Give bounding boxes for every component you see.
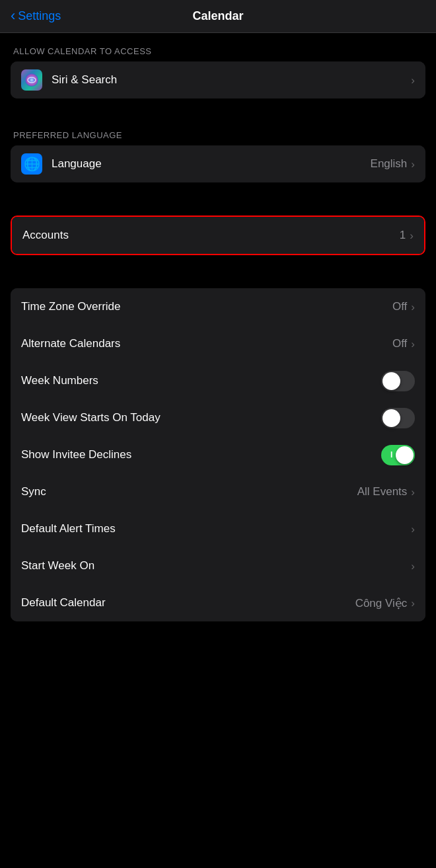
alternate-calendars-label: Alternate Calendars <box>21 337 392 350</box>
settings-group-language: 🌐 Language English › <box>11 145 425 182</box>
row-default-alert-times[interactable]: Default Alert Times › <box>11 510 425 547</box>
sync-label: Sync <box>21 485 357 498</box>
siri-icon <box>21 69 42 91</box>
nav-bar: ‹ Settings Calendar <box>0 0 436 33</box>
time-zone-value: Off <box>392 300 407 313</box>
spacer-1 <box>0 112 436 117</box>
row-sync[interactable]: Sync All Events › <box>11 473 425 510</box>
settings-group-calendar-settings: Time Zone Override Off › Alternate Calen… <box>11 288 425 621</box>
alternate-calendars-value: Off <box>392 337 407 350</box>
spacer-3 <box>0 268 436 288</box>
accounts-label: Accounts <box>22 229 400 242</box>
default-calendar-value: Công Việc <box>355 596 408 610</box>
page-title: Calendar <box>192 9 243 23</box>
back-button[interactable]: ‹ Settings <box>11 9 61 23</box>
language-icon: 🌐 <box>21 153 42 175</box>
toggle-knob-invitee <box>396 446 414 464</box>
section-header-allow-calendar: ALLOW CALENDAR TO ACCESS <box>0 33 436 61</box>
section-header-language: PREFERRED LANGUAGE <box>0 117 436 145</box>
toggle-knob-week-numbers <box>382 372 400 390</box>
row-week-view-starts: Week View Starts On Today <box>11 399 425 436</box>
week-numbers-label: Week Numbers <box>21 374 381 387</box>
accounts-value: 1 <box>400 229 406 242</box>
alternate-calendars-chevron: › <box>411 338 415 350</box>
start-week-on-label: Start Week On <box>21 559 411 572</box>
siri-search-chevron: › <box>411 75 415 86</box>
week-numbers-toggle[interactable] <box>381 371 415 391</box>
time-zone-label: Time Zone Override <box>21 300 392 313</box>
default-calendar-chevron: › <box>411 598 415 609</box>
toggle-on-label: I <box>390 450 392 459</box>
row-language[interactable]: 🌐 Language English › <box>11 145 425 182</box>
sync-value: All Events <box>357 485 408 498</box>
start-week-chevron: › <box>411 561 415 572</box>
row-time-zone-override[interactable]: Time Zone Override Off › <box>11 288 425 325</box>
week-view-starts-toggle[interactable] <box>381 408 415 428</box>
row-week-numbers: Week Numbers <box>11 362 425 399</box>
row-siri-search[interactable]: Siri & Search › <box>11 61 425 99</box>
sync-chevron: › <box>411 487 415 498</box>
settings-group-accounts: Accounts 1 › <box>11 216 425 255</box>
show-invitee-declines-toggle[interactable]: I <box>381 445 415 465</box>
settings-group-allow-calendar: Siri & Search › <box>11 61 425 99</box>
spacer-2 <box>0 196 436 216</box>
language-value: English <box>371 157 408 171</box>
back-label: Settings <box>18 9 61 23</box>
toggle-knob-week-view <box>382 409 400 427</box>
default-alert-times-label: Default Alert Times <box>21 522 411 535</box>
week-view-starts-label: Week View Starts On Today <box>21 411 381 424</box>
globe-symbol: 🌐 <box>24 156 40 172</box>
row-show-invitee-declines: Show Invitee Declines I <box>11 436 425 473</box>
row-default-calendar[interactable]: Default Calendar Công Việc › <box>11 584 425 621</box>
row-alternate-calendars[interactable]: Alternate Calendars Off › <box>11 325 425 362</box>
time-zone-chevron: › <box>411 301 415 313</box>
row-accounts[interactable]: Accounts 1 › <box>12 217 424 254</box>
siri-search-label: Siri & Search <box>52 73 411 87</box>
svg-point-0 <box>25 73 38 87</box>
default-calendar-label: Default Calendar <box>21 596 355 610</box>
language-chevron: › <box>411 159 415 170</box>
default-alert-chevron: › <box>411 524 415 535</box>
language-label: Language <box>52 157 371 171</box>
row-start-week-on[interactable]: Start Week On › <box>11 547 425 584</box>
accounts-chevron: › <box>410 230 414 241</box>
show-invitee-declines-label: Show Invitee Declines <box>21 448 381 461</box>
back-chevron-icon: ‹ <box>11 9 15 23</box>
